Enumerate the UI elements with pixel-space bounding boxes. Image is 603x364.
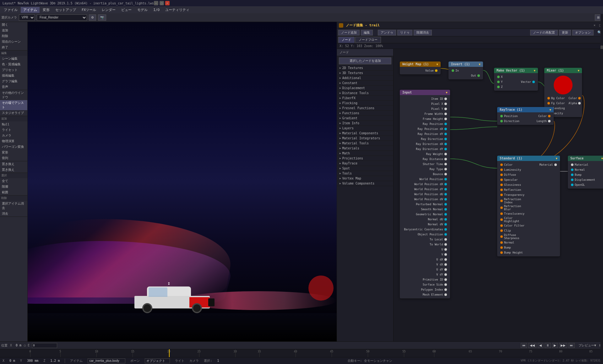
node-cat-layers[interactable]: ▶ Layers xyxy=(337,126,393,131)
timeline-pos-input[interactable]: 0 xyxy=(32,343,57,348)
node-cat-volcomp[interactable]: ▶ Volume Components xyxy=(337,181,393,186)
sidebar-item-studiolive[interactable]: スタジオライブ xyxy=(0,110,27,116)
node-raytrace-header[interactable]: RayTrace (1) ▼ xyxy=(497,107,554,112)
settings-button[interactable]: ⚙ xyxy=(89,14,96,21)
sidebar-item-range[interactable]: 範囲 xyxy=(0,190,27,195)
playhead[interactable] xyxy=(169,349,170,357)
pause-btn[interactable]: ⏸ xyxy=(545,343,551,348)
sidebar-item-physics[interactable]: 物理演算 xyxy=(0,138,27,144)
node-cat-matint[interactable]: ▶ Material Integrators xyxy=(337,136,393,141)
node-cat-fresnelfunc[interactable]: ▶ Fresnel Functions xyxy=(337,106,393,111)
menu-file[interactable]: ファイル xyxy=(1,7,20,13)
node-input[interactable]: Input ▼ Item ID Pixel X Pixel xyxy=(400,90,450,298)
node-invert-expand[interactable]: ▼ xyxy=(479,63,481,66)
node-surface[interactable]: Surface ▼ Material Normal xyxy=(568,156,603,189)
node-arrange-btn[interactable]: ノードの再配置 xyxy=(530,30,558,35)
node-undo-btn[interactable]: アンドゥ xyxy=(378,30,396,35)
node-cat-projections[interactable]: ▶ Projections xyxy=(337,156,393,161)
sidebar-item-replace2[interactable]: 置き換え xyxy=(0,167,27,173)
menu-setup[interactable]: セットアップ xyxy=(53,7,79,13)
sidebar-item-removeselected[interactable]: 選択アイテム消去 xyxy=(0,201,27,211)
node-cat-materials[interactable]: ▶ Materials xyxy=(337,146,393,151)
menu-view[interactable]: ビュー xyxy=(119,7,134,13)
node-makevector-header[interactable]: Make Vector (1) ▼ xyxy=(494,68,538,73)
close-button[interactable]: × xyxy=(165,1,170,5)
node-cat-matcomp[interactable]: ▶ Material Components xyxy=(337,131,393,136)
sidebar-item-replace1[interactable]: 置き換え xyxy=(0,161,27,167)
sidebar-item-erase[interactable]: 消去 xyxy=(0,211,27,217)
node-raytrace[interactable]: RayTrace (1) ▼ Position xyxy=(497,107,554,125)
node-redo-btn[interactable]: リドゥ xyxy=(397,30,412,35)
sidebar-item-light[interactable]: ライト xyxy=(0,127,27,133)
sidebar-item-polygon[interactable]: パワーゴン変換 xyxy=(0,144,27,150)
node-makevector[interactable]: Make Vector (1) ▼ X Y xyxy=(494,68,538,91)
status-bone-input[interactable] xyxy=(145,358,170,363)
node-cat-2dtex[interactable]: ▶ 2D Textures xyxy=(337,66,393,71)
node-weightmap[interactable]: Weight Map (1) ▼ Value xyxy=(400,62,441,74)
menu-render[interactable]: レンダー xyxy=(99,7,118,13)
sidebar-item-add[interactable]: 追加 xyxy=(0,28,27,33)
node-standard-header[interactable]: Standard (1) ▼ xyxy=(497,156,560,161)
menu-utility[interactable]: ユーティリティ xyxy=(163,7,192,13)
sidebar-item-delete[interactable]: 削除 xyxy=(0,33,27,39)
node-cat-spot[interactable]: ▶ Spot xyxy=(337,166,393,171)
tab-node[interactable]: ノード xyxy=(338,37,355,43)
node-add-toolbar-btn[interactable]: ノード追加 xyxy=(338,30,360,35)
node-clear-btn[interactable]: 階層消去 xyxy=(414,30,432,35)
node-cat-fiberfx[interactable]: ▶ FiberFX xyxy=(337,96,393,101)
viewport[interactable]: ↕ xyxy=(28,22,337,341)
node-canvas[interactable]: Weight Map (1) ▼ Value Invert (1) ▼ xyxy=(394,49,603,341)
node-cat-iteminfo[interactable]: ▶ Item Info xyxy=(337,121,393,126)
node-raytrace-expand[interactable]: ▼ xyxy=(550,108,551,111)
render-select[interactable]: Final_Render xyxy=(37,14,87,21)
play-back-btn[interactable]: ◀ xyxy=(538,343,543,348)
menu-io[interactable]: I/O xyxy=(151,7,162,13)
node-cat-constant[interactable]: ▶ Constant xyxy=(337,81,393,86)
node-surface-expand[interactable]: ▼ xyxy=(601,157,603,160)
camera-select[interactable]: VPR xyxy=(19,14,35,21)
sidebar-item-preset[interactable]: プリセット xyxy=(0,67,27,73)
node-cat-gradient[interactable]: ▶ Gradient xyxy=(337,116,393,121)
sidebar-item-camera[interactable]: カメラ xyxy=(0,133,27,138)
node-standard-expand[interactable]: ▼ xyxy=(556,157,557,160)
camera-button[interactable]: 📷 xyxy=(98,14,106,21)
node-options-btn[interactable]: オプション xyxy=(572,30,594,35)
sidebar-item-drawedit[interactable]: 描画編集 xyxy=(0,73,27,78)
node-update-btn[interactable]: 更新 xyxy=(559,30,571,35)
sidebar-item-all[interactable]: 全て xyxy=(0,178,27,184)
play-prev-btn[interactable]: ◀◀ xyxy=(528,343,536,348)
node-cat-vertexmap[interactable]: ▶ Vertex Map xyxy=(337,176,393,181)
play-next-btn[interactable]: ▶▶ xyxy=(559,343,567,348)
tab-nodeflow[interactable]: ノードフロー xyxy=(355,37,381,43)
sidebar-item-bone[interactable]: 骨列 xyxy=(0,155,27,161)
node-cat-raytrace[interactable]: ▶ RayTrace xyxy=(337,161,393,166)
sidebar-item-audio[interactable]: 音声 xyxy=(0,84,27,90)
node-cat-tools[interactable]: ▶ Tools xyxy=(337,171,393,176)
sidebar-item-otherwin[interactable]: その他のウインドウ xyxy=(0,90,27,100)
sidebar-item-coloredit[interactable]: 色・質感編集 xyxy=(0,62,27,67)
node-weightmap-header[interactable]: Weight Map (1) ▼ xyxy=(400,62,441,67)
sidebar-item-graphedit[interactable]: グラフ編集 xyxy=(0,78,27,84)
play-last-btn[interactable]: ⏭ xyxy=(568,343,575,348)
sidebar-item-quit[interactable]: 終了 xyxy=(0,45,27,50)
node-panel-close[interactable]: × xyxy=(594,24,595,27)
node-edit-btn[interactable]: 編集 xyxy=(361,30,373,35)
node-cat-additional[interactable]: ▶ Additional xyxy=(337,76,393,81)
node-input-expand[interactable]: ▼ xyxy=(446,91,448,94)
maximize-button[interactable]: □ xyxy=(160,1,164,5)
sidebar-item-deform[interactable]: 変形 xyxy=(0,150,27,155)
node-invert[interactable]: Invert (1) ▼ In Out xyxy=(448,62,483,79)
sidebar-item-hierarchy[interactable]: 階層 xyxy=(0,184,27,190)
minimize-button[interactable]: — xyxy=(154,1,158,5)
node-cat-flocking[interactable]: ▶ Flocking xyxy=(337,101,393,106)
node-input-header[interactable]: Input ▼ xyxy=(400,90,450,95)
sidebar-item-open[interactable]: 開く xyxy=(0,22,27,28)
node-cat-mattools[interactable]: ▶ Material Tools xyxy=(337,141,393,146)
node-cat-3dtex[interactable]: ▶ 3D Textures xyxy=(337,71,393,76)
node-cat-disttools[interactable]: ▶ Distance Tools xyxy=(337,91,393,96)
menu-item[interactable]: アイテム xyxy=(21,7,40,13)
node-weightmap-expand[interactable]: ▼ xyxy=(437,63,438,66)
sidebar-item-sceneedit[interactable]: シーン編集 xyxy=(0,56,27,62)
node-mixer-header[interactable]: Mixer (1) ▼ xyxy=(544,68,582,73)
node-surface-header[interactable]: Surface ▼ xyxy=(568,156,603,161)
